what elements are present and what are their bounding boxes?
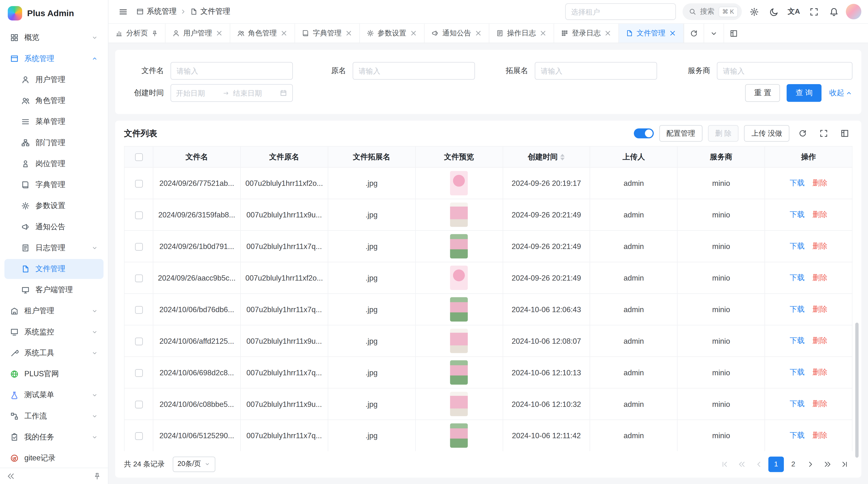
file-preview-image[interactable] — [450, 297, 468, 322]
file-preview-image[interactable] — [450, 392, 468, 416]
tab-close-icon[interactable] — [474, 29, 482, 37]
download-link[interactable]: 下载 — [789, 400, 805, 408]
file-preview-image[interactable] — [450, 202, 468, 227]
sidebar-item-18[interactable]: 工作流 — [4, 406, 103, 426]
query-button[interactable]: 查 询 — [787, 84, 822, 102]
download-link[interactable]: 下载 — [789, 305, 805, 313]
menu-toggle-button[interactable] — [115, 4, 131, 19]
row-checkbox[interactable] — [135, 211, 143, 219]
sidebar-item-16[interactable]: PLUS官网 — [4, 364, 103, 384]
language-button[interactable]: 文A — [786, 4, 802, 19]
page-button-2[interactable]: 2 — [785, 456, 801, 472]
last-page-button[interactable] — [837, 456, 852, 472]
tab-4[interactable]: 参数设置 — [360, 24, 425, 43]
table-fullscreen-button[interactable] — [816, 126, 831, 141]
start-date-input[interactable] — [176, 89, 219, 97]
tab-close-icon[interactable] — [280, 29, 288, 37]
sidebar-item-20[interactable]: gitee记录 — [4, 448, 103, 467]
sidebar-pin-icon[interactable] — [93, 472, 101, 480]
delete-link[interactable]: 删除 — [812, 336, 827, 345]
refresh-tabs-button[interactable] — [684, 24, 704, 43]
upload-button[interactable]: 上传 没做 — [744, 125, 789, 142]
filter-input-2[interactable] — [535, 62, 657, 79]
delete-link[interactable]: 删除 — [812, 273, 827, 282]
tab-8[interactable]: 文件管理 — [619, 24, 684, 43]
breadcrumb-item-files[interactable]: 文件管理 — [190, 7, 230, 17]
date-range-picker[interactable] — [170, 84, 293, 102]
delete-link[interactable]: 删除 — [812, 210, 827, 218]
notifications-button[interactable] — [826, 4, 841, 19]
tab-0[interactable]: 分析页 — [108, 24, 165, 43]
sidebar-item-14[interactable]: 系统监控 — [4, 322, 103, 342]
sidebar-item-4[interactable]: 菜单管理 — [4, 112, 103, 132]
tab-7[interactable]: 登录日志 — [554, 24, 619, 43]
prev-page-button[interactable] — [751, 456, 767, 472]
sidebar-item-11[interactable]: 文件管理 — [4, 259, 103, 279]
file-preview-image[interactable] — [450, 329, 468, 353]
fullscreen-button[interactable] — [806, 4, 822, 19]
sidebar-item-8[interactable]: 参数设置 — [4, 196, 103, 216]
file-preview-image[interactable] — [450, 234, 468, 258]
delete-link[interactable]: 删除 — [812, 400, 827, 408]
sidebar-item-19[interactable]: 我的任务 — [4, 427, 103, 447]
end-date-input[interactable] — [233, 89, 276, 97]
refresh-table-button[interactable] — [795, 126, 810, 141]
row-checkbox[interactable] — [135, 306, 143, 314]
download-link[interactable]: 下载 — [789, 431, 805, 440]
download-link[interactable]: 下载 — [789, 210, 805, 218]
settings-button[interactable] — [746, 4, 762, 19]
tab-3[interactable]: 字典管理 — [295, 24, 360, 43]
delete-link[interactable]: 删除 — [812, 368, 827, 376]
toggle-switch[interactable] — [633, 128, 654, 138]
sidebar-item-9[interactable]: 通知公告 — [4, 217, 103, 237]
tab-1[interactable]: 用户管理 — [165, 24, 230, 43]
theme-toggle-button[interactable] — [766, 4, 782, 19]
download-link[interactable]: 下载 — [789, 368, 805, 376]
row-checkbox[interactable] — [135, 274, 143, 282]
app-logo[interactable]: Plus Admin — [0, 0, 108, 27]
sidebar-item-15[interactable]: 系统工具 — [4, 343, 103, 363]
file-preview-image[interactable] — [450, 171, 468, 195]
row-checkbox[interactable] — [135, 369, 143, 377]
reset-button[interactable]: 重 置 — [745, 84, 780, 102]
global-search[interactable]: 搜索 ⌘ K — [682, 3, 742, 20]
sidebar-item-7[interactable]: 字典管理 — [4, 175, 103, 195]
download-link[interactable]: 下载 — [789, 242, 805, 250]
filter-input-1[interactable] — [353, 62, 475, 79]
tab-close-icon[interactable] — [669, 29, 676, 37]
tab-2[interactable]: 角色管理 — [230, 24, 295, 43]
next-page-button[interactable] — [803, 456, 818, 472]
file-preview-image[interactable] — [450, 266, 468, 290]
page-button-1[interactable]: 1 — [768, 456, 784, 472]
tab-close-icon[interactable] — [604, 29, 612, 37]
row-checkbox[interactable] — [135, 180, 143, 188]
avatar[interactable] — [846, 4, 861, 19]
sidebar-collapse-icon[interactable] — [7, 472, 15, 480]
page-size-select[interactable]: 20条/页 — [173, 456, 216, 472]
row-checkbox[interactable] — [135, 337, 143, 345]
download-link[interactable]: 下载 — [789, 336, 805, 345]
download-link[interactable]: 下载 — [789, 179, 805, 187]
forward-5-pages-button[interactable] — [820, 456, 835, 472]
back-5-pages-button[interactable] — [734, 456, 749, 472]
delete-link[interactable]: 删除 — [812, 431, 827, 440]
sidebar-item-6[interactable]: 岗位管理 — [4, 154, 103, 174]
row-checkbox[interactable] — [135, 243, 143, 251]
delete-selected-button[interactable]: 删 除 — [708, 125, 739, 142]
table-scrollbar[interactable] — [855, 323, 859, 458]
first-page-button[interactable] — [717, 456, 732, 472]
row-checkbox[interactable] — [135, 400, 143, 408]
tab-close-icon[interactable] — [539, 29, 547, 37]
delete-link[interactable]: 删除 — [812, 305, 827, 313]
sidebar-item-12[interactable]: 客户端管理 — [4, 280, 103, 300]
row-checkbox[interactable] — [135, 432, 143, 440]
sort-icon[interactable] — [560, 154, 565, 161]
tab-layout-button[interactable] — [723, 24, 744, 43]
tab-close-icon[interactable] — [345, 29, 352, 37]
filter-input-0[interactable] — [170, 62, 293, 79]
tab-close-icon[interactable] — [410, 29, 417, 37]
delete-link[interactable]: 删除 — [812, 179, 827, 187]
filter-input-3[interactable] — [717, 62, 852, 79]
tab-close-icon[interactable] — [215, 29, 223, 37]
config-manage-button[interactable]: 配置管理 — [659, 125, 702, 142]
